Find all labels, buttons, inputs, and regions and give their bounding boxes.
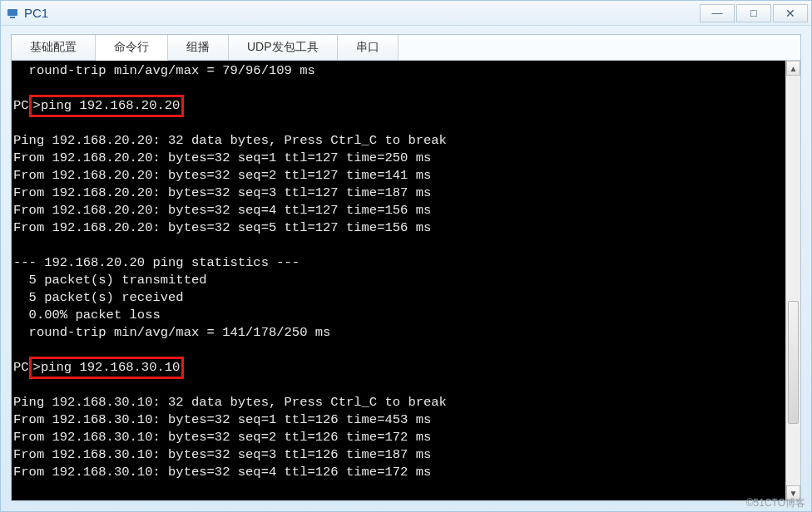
terminal-line: --- 192.168.20.20 ping statistics --- bbox=[13, 254, 779, 272]
terminal-line: From 192.168.20.20: bytes=32 seq=1 ttl=1… bbox=[13, 150, 779, 167]
terminal-line: Ping 192.168.20.20: 32 data bytes, Press… bbox=[13, 132, 779, 150]
tab-multicast[interactable]: 组播 bbox=[168, 35, 229, 60]
terminal-line: From 192.168.20.20: bytes=32 seq=3 ttl=1… bbox=[13, 185, 779, 202]
vertical-scrollbar[interactable]: ▲ ▼ bbox=[785, 61, 800, 500]
app-window: PC1 — □ ✕ 基础配置 命令行 组播 UDP发包工具 串口 round-t… bbox=[0, 0, 812, 512]
terminal-line: 0.00% packet loss bbox=[13, 307, 779, 324]
scroll-up-button[interactable]: ▲ bbox=[786, 61, 800, 76]
terminal-line: 5 packet(s) received bbox=[13, 289, 779, 307]
tab-command-line[interactable]: 命令行 bbox=[96, 35, 168, 61]
terminal-line bbox=[13, 377, 779, 394]
app-icon bbox=[6, 7, 19, 20]
window-controls: — □ ✕ bbox=[698, 4, 808, 22]
titlebar[interactable]: PC1 — □ ✕ bbox=[1, 1, 811, 26]
terminal-line: From 192.168.20.20: bytes=32 seq=4 ttl=1… bbox=[13, 202, 779, 219]
tabs-bar: 基础配置 命令行 组播 UDP发包工具 串口 bbox=[12, 35, 800, 61]
terminal-line: round-trip min/avg/max = 79/96/109 ms bbox=[13, 62, 779, 80]
close-button[interactable]: ✕ bbox=[773, 4, 808, 22]
svg-rect-0 bbox=[7, 9, 17, 16]
watermark: ©51CTO博客 bbox=[746, 496, 805, 510]
terminal-line: From 192.168.20.20: bytes=32 seq=5 ttl=1… bbox=[13, 219, 779, 237]
client-area: 基础配置 命令行 组播 UDP发包工具 串口 round-trip min/av… bbox=[1, 26, 811, 511]
terminal-line: PC>ping 192.168.30.10 bbox=[13, 359, 779, 377]
terminal-line bbox=[13, 237, 779, 254]
highlight-box: >ping 192.168.30.10 bbox=[29, 357, 185, 379]
terminal-line: From 192.168.30.10: bytes=32 seq=2 ttl=1… bbox=[13, 429, 779, 446]
tab-serial[interactable]: 串口 bbox=[338, 35, 399, 60]
terminal-line: From 192.168.30.10: bytes=32 seq=3 ttl=1… bbox=[13, 446, 779, 464]
window-title: PC1 bbox=[24, 6, 698, 20]
svg-rect-1 bbox=[10, 17, 15, 18]
terminal-output[interactable]: round-trip min/avg/max = 79/96/109 ms PC… bbox=[12, 61, 785, 500]
scroll-thumb[interactable] bbox=[788, 301, 799, 424]
minimize-button[interactable]: — bbox=[700, 4, 735, 22]
terminal-wrap: round-trip min/avg/max = 79/96/109 ms PC… bbox=[12, 61, 800, 500]
terminal-line: From 192.168.30.10: bytes=32 seq=4 ttl=1… bbox=[13, 464, 779, 481]
terminal-line: Ping 192.168.30.10: 32 data bytes, Press… bbox=[13, 394, 779, 411]
terminal-line: From 192.168.30.10: bytes=32 seq=1 ttl=1… bbox=[13, 411, 779, 429]
scroll-track[interactable] bbox=[786, 76, 800, 485]
terminal-line: From 192.168.20.20: bytes=32 seq=2 ttl=1… bbox=[13, 167, 779, 185]
terminal-line: 5 packet(s) transmitted bbox=[13, 272, 779, 289]
tab-basic-config[interactable]: 基础配置 bbox=[12, 35, 96, 60]
terminal-line: round-trip min/avg/max = 141/178/250 ms bbox=[13, 324, 779, 342]
terminal-line: PC>ping 192.168.20.20 bbox=[13, 97, 779, 115]
maximize-button[interactable]: □ bbox=[736, 4, 771, 22]
terminal-line bbox=[13, 115, 779, 132]
tab-udp-tool[interactable]: UDP发包工具 bbox=[229, 35, 338, 60]
highlight-box: >ping 192.168.20.20 bbox=[29, 95, 185, 117]
inner-panel: 基础配置 命令行 组播 UDP发包工具 串口 round-trip min/av… bbox=[11, 34, 801, 501]
